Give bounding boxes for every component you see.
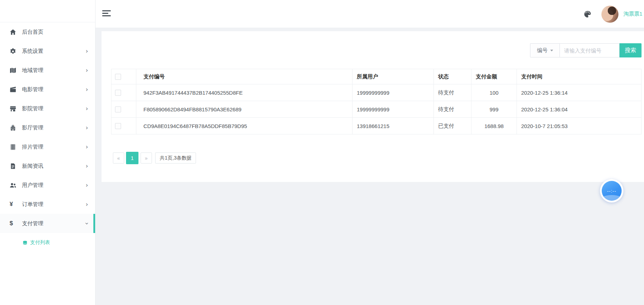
sidebar-item-label: 影院管理 (22, 105, 86, 112)
chevron-right-icon: › (86, 125, 88, 131)
storefront-icon (10, 105, 19, 112)
sidebar-item-label: 用户管理 (22, 182, 86, 189)
clock-time-text: --:-- (607, 188, 616, 194)
chevron-right-icon: › (86, 144, 88, 150)
table-row: CD9A8E0194C6487FB78A5DDF85B79D95 1391866… (111, 118, 642, 134)
user-cell: 19999999999 (353, 101, 434, 118)
sidebar-item-settings[interactable]: 系统设置 › (0, 41, 95, 61)
user-cell: 19999999999 (353, 84, 434, 101)
sidebar-subitem-payment-list[interactable]: 支付列表 (0, 233, 95, 252)
status-badge: 待支付 (434, 84, 471, 101)
news-document-icon (10, 163, 19, 170)
col-header-pay-id: 支付编号 (136, 69, 353, 84)
clock-face: --:-- (602, 181, 622, 201)
status-badge: 已支付 (434, 118, 471, 134)
caret-down-icon (550, 50, 553, 51)
users-icon (10, 182, 19, 189)
chevron-right-icon: › (86, 87, 88, 93)
gear-icon (10, 48, 19, 55)
sidebar-item-halls[interactable]: H 影厅管理 › (0, 118, 95, 137)
sidebar-item-payments[interactable]: $ 支付管理 › (0, 214, 95, 233)
prev-page-button[interactable]: « (113, 152, 124, 163)
search-field-dropdown[interactable]: 编号 (530, 43, 560, 57)
table-row: F805890662D8494FB8815790A3E62689 1999999… (111, 101, 642, 118)
time-cell: 2020-10-7 21:05:53 (517, 118, 642, 134)
svg-text:H: H (12, 125, 13, 127)
username[interactable]: 淘票票1 (623, 11, 644, 17)
table-row: 942F3AB491744437B2B174405255D8FE 1999999… (111, 84, 642, 101)
col-header-time: 支付时间 (517, 69, 642, 84)
select-all-checkbox[interactable] (115, 74, 121, 80)
topbar: 淘票票1 (95, 0, 644, 28)
status-badge: 待支付 (434, 101, 471, 118)
amount-cell: 999 (471, 101, 517, 118)
table-header-row: 支付编号 所属用户 状态 支付金额 支付时间 (111, 69, 642, 84)
yen-icon: ¥ (10, 201, 19, 208)
sidebar-item-region[interactable]: 地域管理 › (0, 61, 95, 80)
chevron-down-icon: › (84, 222, 90, 225)
sidebar-item-label: 地域管理 (22, 67, 86, 74)
sidebar: 后台首页 系统设置 › 地域管理 › 电影管理 › 影院管理 › H 影厅管理 (0, 0, 95, 305)
building-icon: H (10, 124, 19, 131)
submenu-item-label: 支付列表 (30, 239, 50, 246)
pay-id-cell: 942F3AB491744437B2B174405255D8FE (136, 84, 353, 101)
pay-id-cell: CD9A8E0194C6487FB78A5DDF85B79D95 (136, 118, 353, 134)
chevron-right-icon: › (86, 163, 88, 169)
row-checkbox[interactable] (115, 106, 121, 112)
sidebar-item-label: 影厅管理 (22, 124, 86, 131)
sidebar-item-label: 订单管理 (22, 201, 86, 208)
sidebar-item-label: 新闻资讯 (22, 163, 86, 170)
sidebar-item-orders[interactable]: ¥ 订单管理 › (0, 195, 95, 214)
search-button[interactable]: 搜索 (620, 43, 642, 57)
col-header-amount: 支付金额 (471, 69, 517, 84)
pay-id-cell: F805890662D8494FB8815790A3E62689 (136, 101, 353, 118)
search-field-label: 编号 (537, 47, 548, 54)
search-group: 编号 搜索 (530, 43, 642, 57)
theme-palette-icon[interactable] (584, 10, 591, 18)
sidebar-item-label: 电影管理 (22, 86, 86, 93)
chevron-right-icon: › (86, 201, 88, 207)
map-icon (10, 67, 19, 74)
database-icon (22, 240, 28, 245)
avatar[interactable] (601, 6, 618, 23)
menu-toggle-icon[interactable] (102, 10, 111, 17)
sidebar-item-schedule[interactable]: 排片管理 › (0, 137, 95, 156)
row-checkbox[interactable] (115, 123, 121, 129)
dollar-icon: $ (10, 220, 19, 227)
time-cell: 2020-12-25 1:36:14 (517, 84, 642, 101)
home-icon (10, 29, 19, 35)
chevron-right-icon: › (86, 106, 88, 112)
sidebar-item-home[interactable]: 后台首页 (0, 22, 95, 41)
film-strip-icon (10, 144, 19, 150)
floating-clock-widget[interactable]: --:-- (600, 179, 623, 203)
sidebar-item-users[interactable]: 用户管理 › (0, 176, 95, 195)
chevron-right-icon: › (86, 67, 88, 73)
sidebar-header (0, 0, 95, 22)
topbar-right: 淘票票1 (584, 0, 644, 28)
sidebar-item-label: 支付管理 (22, 220, 86, 227)
time-cell: 2020-12-25 1:36:04 (517, 101, 642, 118)
sidebar-item-label: 排片管理 (22, 144, 86, 150)
amount-cell: 100 (471, 84, 517, 101)
content-card: 编号 搜索 支付编号 所属用户 状态 支付金额 支付时间 942F3AB4917… (102, 31, 644, 182)
chevron-right-icon: › (86, 48, 88, 54)
col-header-user: 所属用户 (353, 69, 434, 84)
search-input[interactable] (560, 43, 620, 57)
col-header-status: 状态 (434, 69, 471, 84)
sidebar-item-news[interactable]: 新闻资讯 › (0, 156, 95, 176)
sidebar-item-label: 系统设置 (22, 48, 86, 55)
sidebar-item-movies[interactable]: 电影管理 › (0, 80, 95, 99)
payments-table: 支付编号 所属用户 状态 支付金额 支付时间 942F3AB491744437B… (111, 69, 642, 134)
row-checkbox[interactable] (115, 90, 121, 96)
pagination: « 1 » 共1页,3条数据 (113, 152, 196, 164)
chevron-right-icon: › (86, 182, 88, 188)
page-1-button[interactable]: 1 (126, 152, 138, 164)
sidebar-item-cinemas[interactable]: 影院管理 › (0, 99, 95, 118)
amount-cell: 1688.98 (471, 118, 517, 134)
next-page-button[interactable]: » (141, 152, 152, 163)
pagination-summary: 共1页,3条数据 (155, 152, 196, 163)
user-cell: 13918661215 (353, 118, 434, 134)
movie-clapper-icon (10, 86, 19, 93)
sidebar-item-label: 后台首页 (22, 29, 88, 35)
